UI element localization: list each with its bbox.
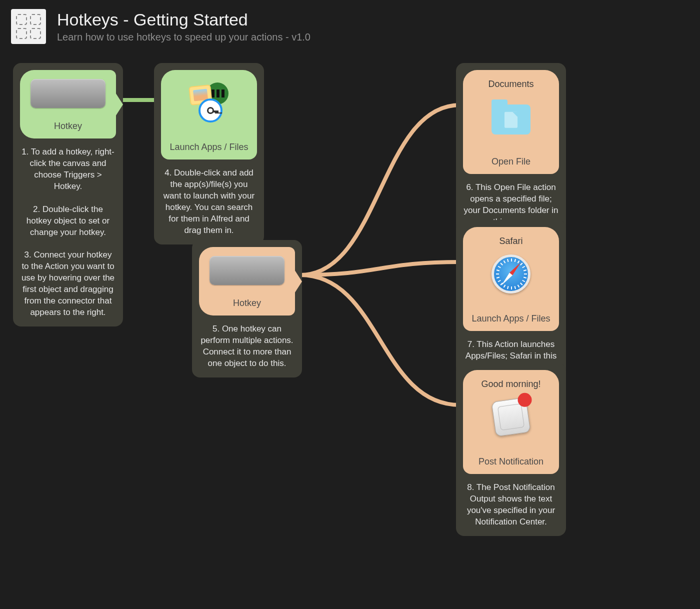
hotkey-slot[interactable] — [210, 256, 284, 285]
page-title: Hotkeys - Getting Started — [57, 10, 310, 30]
card-label: Hotkey — [54, 121, 82, 132]
open-file-card[interactable]: Documents Open File — [463, 70, 559, 174]
notification-icon — [490, 396, 532, 438]
page-subtitle: Learn how to use hotkeys to speed up you… — [57, 32, 310, 43]
node-note: 5. One hotkey can perform multiple actio… — [199, 324, 295, 370]
card-label: Post Notification — [478, 456, 544, 467]
node-launch-apps-1[interactable]: Launch Apps / Files 4. Double-click and … — [154, 63, 264, 244]
card-label: Hotkey — [233, 298, 261, 308]
card-title: Documents — [488, 79, 534, 90]
node-hotkey-1[interactable]: Hotkey 1. To add a hotkey, right-click t… — [13, 63, 123, 326]
node-open-file-documents[interactable]: Documents Open File 6. This Open File ac… — [456, 63, 566, 236]
node-hotkey-2[interactable]: Hotkey 5. One hotkey can perform multipl… — [192, 240, 302, 378]
hotkey-trigger-card[interactable]: Hotkey — [20, 70, 116, 138]
card-label: Launch Apps / Files — [472, 314, 550, 324]
node-post-notification[interactable]: Good morning! Post Notification 8. The P… — [456, 363, 566, 536]
safari-icon — [490, 252, 532, 296]
workflow-icon — [11, 9, 46, 44]
hotkey-slot[interactable] — [30, 79, 106, 108]
app-cluster-icon — [188, 81, 230, 124]
launch-apps-card[interactable]: Safari Launch Apps / Files — [463, 227, 559, 331]
card-label: Open File — [492, 156, 530, 167]
post-notification-card[interactable]: Good morning! Post Notification — [463, 370, 559, 474]
header: Hotkeys - Getting Started Learn how to u… — [0, 0, 700, 55]
node-note: 4. Double-click and add the app(s)/file(… — [161, 168, 257, 236]
hotkey-trigger-card[interactable]: Hotkey — [199, 247, 295, 316]
card-title: Good morning! — [481, 379, 540, 390]
workflow-canvas[interactable]: Hotkey 1. To add a hotkey, right-click t… — [0, 55, 700, 609]
folder-icon — [490, 96, 532, 138]
node-note: 8. The Post Notification Output shows th… — [463, 482, 559, 528]
node-launch-apps-safari[interactable]: Safari Launch Apps / Files 7. This Actio… — [456, 220, 566, 382]
node-note: 1. To add a hotkey, right-click the canv… — [20, 146, 116, 318]
card-title: Safari — [499, 236, 522, 246]
card-label: Launch Apps / Files — [170, 142, 248, 152]
launch-apps-card[interactable]: Launch Apps / Files — [161, 70, 257, 160]
